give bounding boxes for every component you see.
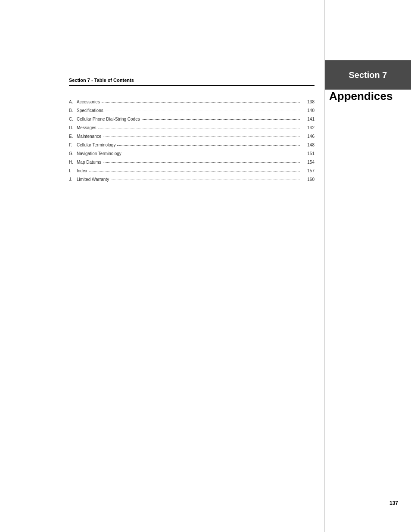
toc-item: E. Maintenance 146 [69,133,314,140]
toc-dots [105,111,300,111]
section-tab: Section 7 [325,60,411,90]
toc-entry-name: Maintenance [77,133,101,140]
toc-entry-name: Specifications [77,107,103,114]
toc-entry-name: Map Datums [77,159,101,166]
toc-text: Index 157 [77,168,314,174]
toc-text: Cellular Terminology 148 [77,142,314,149]
toc-letter: G. [69,150,77,157]
toc-dots [89,171,300,171]
toc-letter: B. [69,107,77,114]
toc-text: Cellular Phone Dial-String Codes 141 [77,116,314,123]
toc-letter: H. [69,159,77,166]
main-content: Section 7 - Table of Contents A. Accesso… [69,78,314,185]
toc-item: I. Index 157 [69,168,314,174]
toc-text: Limited Warranty 160 [77,176,314,183]
toc-dots [111,180,300,180]
toc-item: A. Accessories 138 [69,99,314,106]
toc-page: 142 [302,124,314,131]
toc-item: F. Cellular Terminology 148 [69,142,314,149]
toc-letter: F. [69,142,77,149]
toc-item: C. Cellular Phone Dial-String Codes 141 [69,116,314,123]
toc-entry-name: Cellular Phone Dial-String Codes [77,116,140,123]
toc-item: D. Messages 142 [69,124,314,131]
toc-dots [98,128,300,128]
toc-dots [103,137,300,137]
appendices-title: Appendices [329,90,402,103]
toc-dots [117,145,300,146]
toc-entry-name: Messages [77,124,97,131]
toc-letter: A. [69,99,77,106]
toc-letter: D. [69,124,77,131]
toc-title: Section 7 - Table of Contents [69,78,314,86]
toc-text: Map Datums 154 [77,159,314,166]
toc-page: 154 [302,159,314,166]
toc-item: H. Map Datums 154 [69,159,314,166]
toc-text: Messages 142 [77,124,314,131]
toc-text: Accessories 138 [77,99,314,106]
section-tab-label: Section 7 [349,70,387,80]
toc-entry-name: Navigation Terminology [77,150,121,157]
toc-entry-name: Index [77,168,87,174]
toc-page: 157 [302,168,314,174]
toc-page: 140 [302,107,314,114]
toc-item: G. Navigation Terminology 151 [69,150,314,157]
toc-page: 138 [302,99,314,106]
toc-entry-name: Accessories [77,99,100,106]
toc-dots [103,162,300,163]
toc-entry-name: Limited Warranty [77,176,109,183]
toc-letter: J. [69,176,77,183]
toc-entry-name: Cellular Terminology [77,142,115,149]
page-container: Section 7 Appendices Section 7 - Table o… [0,0,411,532]
toc-item: J. Limited Warranty 160 [69,176,314,183]
toc-text: Specifications 140 [77,107,314,114]
page-number: 137 [389,500,398,506]
toc-letter: C. [69,116,77,123]
toc-dots [123,154,300,154]
toc-dots [102,102,300,103]
toc-page: 160 [302,176,314,183]
toc-page: 141 [302,116,314,123]
toc-text: Maintenance 146 [77,133,314,140]
toc-page: 151 [302,150,314,157]
toc-list: A. Accessories 138 B. Specifications 140… [69,99,314,183]
toc-item: B. Specifications 140 [69,107,314,114]
toc-page: 148 [302,142,314,149]
toc-page: 146 [302,133,314,140]
toc-letter: I. [69,168,77,174]
toc-text: Navigation Terminology 151 [77,150,314,157]
toc-dots [142,119,300,120]
toc-letter: E. [69,133,77,140]
